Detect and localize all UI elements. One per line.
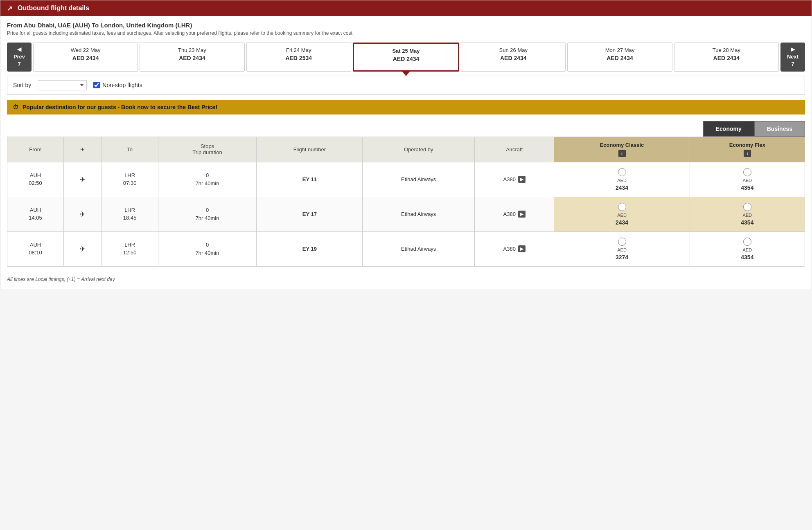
cell-flight-num-0: EY 11 [257,162,363,197]
date-cell-0[interactable]: Wed 22 May AED 2434 [33,43,138,72]
to-airport-2: LHR [106,241,154,249]
cell-aircraft-2: A380 ▶ [475,231,554,266]
date-day: Mon 27 May [571,47,668,53]
date-selector: ◀ Prev 7 Wed 22 May AED 2434 Thu 23 May … [0,38,812,76]
prev-button[interactable]: ◀ Prev 7 [7,43,32,72]
cell-from-0: AUH 02:50 [7,162,64,197]
flight-arrow-0: ✈ [79,175,86,184]
classic-radio-1[interactable] [618,203,626,211]
aircraft-type-0: A380 [503,176,516,182]
prev-arrow: ◀ [17,46,21,53]
date-price: AED 2434 [571,55,668,61]
economy-classic-label: Economy Classic [558,142,685,148]
sort-label: Sort by [13,82,31,88]
col-economy-classic: Economy Classic i [554,137,690,162]
classic-radio-0[interactable] [618,168,626,176]
col-flight-number: Flight number [257,137,363,162]
classic-radio-2[interactable] [618,238,626,246]
economy-flex-info-icon[interactable]: i [744,150,751,157]
cell-stops-1: 0 7hr 40min [158,197,257,231]
aircraft-info-btn-0[interactable]: ▶ [518,176,526,183]
promo-text: Popular destination for our guests - Boo… [23,104,217,110]
date-cell-1[interactable]: Thu 23 May AED 2434 [140,43,244,72]
from-time-0: 02:50 [11,180,59,187]
flex-currency-2: AED [743,247,752,252]
operated-by-1: Etihad Airways [401,211,436,217]
sort-bar: Sort by Non-stop flights [7,76,805,95]
to-airport-1: LHR [106,207,154,214]
cell-aircraft-1: A380 ▶ [475,197,554,231]
economy-classic-info-icon[interactable]: i [618,150,626,157]
cell-flex-2: AED 4354 [690,231,805,266]
cell-arrow-2: ✈ [63,231,102,266]
date-day: Sat 25 May [357,48,455,54]
promo-banner: ⏱ Popular destination for our guests - B… [7,100,805,115]
aircraft-info-btn-1[interactable]: ▶ [518,211,526,218]
next-arrow: ▶ [791,46,795,53]
col-economy-flex: Economy Flex i [690,137,805,162]
duration-1: 7hr 40min [162,214,253,222]
prev-label: Prev [14,53,25,61]
route-info: From Abu Dhabi, UAE (AUH) To London, Uni… [0,16,812,38]
date-day: Thu 23 May [143,47,241,53]
date-cell-5[interactable]: Mon 27 May AED 2434 [567,43,672,72]
flight-tbody: AUH 02:50 ✈ LHR 07:30 0 7hr 40min EY 11 … [7,162,805,266]
duration-label: Trip duration [192,149,222,155]
operated-by-0: Etihad Airways [401,176,436,182]
cell-arrow-1: ✈ [63,197,102,231]
next-count: 7 [791,61,794,68]
flight-number-2: EY 19 [302,246,317,252]
col-to: To [102,137,158,162]
date-price: AED 2434 [465,55,562,61]
date-day: Sun 26 May [465,47,562,53]
flex-currency-1: AED [743,213,752,218]
col-arrow: ✈ [63,137,102,162]
date-cell-2[interactable]: Fri 24 May AED 2534 [246,43,351,72]
flex-radio-0[interactable] [743,168,751,176]
date-cell-3[interactable]: Sat 25 May AED 2434 [353,43,459,72]
cell-operated-1: Etihad Airways [363,197,475,231]
cell-classic-0: AED 2434 [554,162,690,197]
nonstop-checkbox-group: Non-stop flights [93,82,142,88]
col-aircraft: Aircraft [475,137,554,162]
aircraft-type-2: A380 [503,246,516,252]
col-from: From [7,137,64,162]
from-airport-0: AUH [11,172,59,179]
route-title: From Abu Dhabi, UAE (AUH) To London, Uni… [7,22,805,29]
from-time-1: 14:05 [11,214,59,222]
classic-price-1: 2434 [616,219,628,226]
promo-icon: ⏱ [13,104,18,110]
tab-economy[interactable]: Economy [703,121,754,137]
flex-radio-2[interactable] [743,238,751,246]
nonstop-label: Non-stop flights [102,82,142,88]
cell-operated-0: Etihad Airways [363,162,475,197]
from-time-2: 08:10 [11,249,59,256]
stops-count-0: 0 [162,171,253,180]
date-cell-6[interactable]: Tue 28 May AED 2434 [674,43,779,72]
flight-number-0: EY 11 [302,176,317,182]
date-cells: Wed 22 May AED 2434 Thu 23 May AED 2434 … [33,43,779,72]
from-airport-1: AUH [11,207,59,214]
nonstop-checkbox[interactable] [93,82,100,88]
classic-currency-2: AED [617,247,627,252]
outbound-icon: ↗ [7,4,14,12]
table-row: AUH 08:10 ✈ LHR 12:50 0 7hr 40min EY 19 … [7,231,805,266]
table-row: AUH 02:50 ✈ LHR 07:30 0 7hr 40min EY 11 … [7,162,805,197]
date-cell-4[interactable]: Sun 26 May AED 2434 [461,43,566,72]
cell-from-2: AUH 08:10 [7,231,64,266]
flight-table: From ✈ To Stops Trip duration Flight num… [7,137,805,267]
flight-arrow-2: ✈ [79,245,86,253]
date-price: AED 2534 [250,55,347,61]
page-wrapper: ↗ Outbound flight details From Abu Dhabi… [0,0,812,289]
classic-price-2: 3274 [616,254,628,261]
sort-select[interactable] [38,80,87,90]
from-airport-2: AUH [11,241,59,249]
classic-currency-0: AED [617,178,627,183]
cell-flight-num-1: EY 17 [257,197,363,231]
next-button[interactable]: ▶ Next 7 [780,43,805,72]
flex-radio-1[interactable] [743,203,751,211]
col-stops: Stops Trip duration [158,137,257,162]
aircraft-info-btn-2[interactable]: ▶ [518,245,526,252]
tab-business[interactable]: Business [754,121,805,137]
flex-price-0: 4354 [741,184,753,191]
